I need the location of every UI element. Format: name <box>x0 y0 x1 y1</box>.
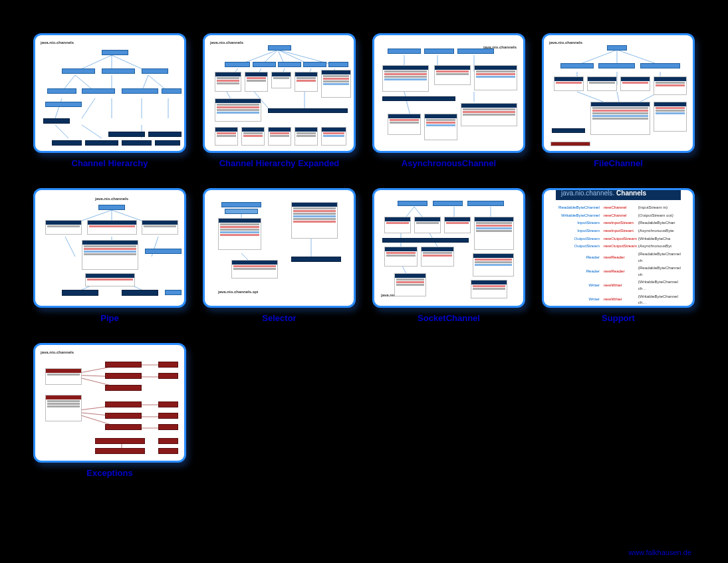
support-row: InputStreamnewInputStream(ReadableByteCh… <box>558 219 681 226</box>
thumbnail[interactable]: java.nio.channels <box>33 33 186 153</box>
support-row: OutputStreamnewOutputStream(Asynchronous… <box>558 243 681 249</box>
support-row: OutputStreamnewOutputStream(WritableByte… <box>558 235 681 242</box>
package-label: java.nio.channels <box>95 197 128 201</box>
package-label: java.nio.channels <box>41 350 74 354</box>
support-header: java.nio.channels.Channels <box>556 188 681 200</box>
card-title: Pipe <box>100 313 118 323</box>
support-row: WriternewWriter(WritableByteChannel ch… <box>558 279 681 291</box>
card-title: Exceptions <box>86 468 132 478</box>
thumbnail[interactable]: java.nio.channels <box>33 188 186 308</box>
thumbnail[interactable]: java.nio.channels <box>33 343 186 463</box>
thumbnail[interactable]: java.nio.channels <box>372 33 525 153</box>
card-title: SocketChannel <box>418 313 480 323</box>
package-label: java.nio.channels.spi <box>218 290 258 294</box>
card-selector[interactable]: java.nio.channels.spi Selector <box>203 188 356 323</box>
thumbnail[interactable]: java.nio.channels <box>203 33 356 153</box>
svg-line-13 <box>55 125 68 138</box>
card-title: Channel Hierarchy <box>72 158 148 168</box>
card-file-channel[interactable]: java.nio.channels FileChannel <box>542 33 695 168</box>
support-row: WritableByteChannelnewChannel(OutputStre… <box>558 212 681 219</box>
card-socket-channel[interactable]: java.nio.channels SocketChannel <box>372 188 525 323</box>
support-row: ReadernewReader(ReadableByteChannel ch <box>558 265 681 277</box>
card-channel-hierarchy[interactable]: java.nio.channels <box>33 33 186 168</box>
support-row: ReadableByteChannelnewChannel(InputStrea… <box>558 204 681 211</box>
thumbnail[interactable]: java.nio.channels <box>542 33 695 153</box>
card-pipe[interactable]: java.nio.channels Pipe <box>33 188 186 323</box>
card-exceptions[interactable]: java.nio.channels <box>33 343 186 478</box>
thumbnail[interactable]: java.nio.channels <box>372 188 525 308</box>
support-package: java.nio.channels. <box>561 189 614 197</box>
card-title: AsynchronousChannel <box>402 158 496 168</box>
package-label: java.nio.channels <box>549 41 582 45</box>
card-title: Selector <box>262 313 296 323</box>
svg-line-46 <box>65 237 75 257</box>
thumbnail[interactable]: java.nio.channels.Channels ReadableByteC… <box>542 188 695 308</box>
thumbnail[interactable]: java.nio.channels.spi <box>203 188 356 308</box>
card-asynchronous-channel[interactable]: java.nio.channels AsynchronousChannel <box>372 33 525 168</box>
support-row: InputStreamnewInputStream(AsynchronousBy… <box>558 227 681 234</box>
card-title: Channel Hierarchy Expanded <box>219 158 340 168</box>
diagram-grid: java.nio.channels <box>33 33 695 478</box>
svg-line-14 <box>82 125 102 138</box>
svg-line-9 <box>82 98 95 118</box>
support-method-table: ReadableByteChannelnewChannel(InputStrea… <box>556 200 683 308</box>
package-label: java.nio.channels <box>210 41 243 45</box>
card-title: Support <box>602 313 635 323</box>
support-class: Channels <box>616 189 646 197</box>
package-label: java.nio.channels <box>41 41 74 45</box>
footer-link[interactable]: www.falkhausen.de <box>628 548 691 556</box>
card-title: FileChannel <box>594 158 643 168</box>
card-channel-hierarchy-expanded[interactable]: java.nio.channels Channe <box>203 33 356 168</box>
card-support[interactable]: java.nio.channels.Channels ReadableByteC… <box>542 188 695 323</box>
support-row: ReadernewReader(ReadableByteChannel ch <box>558 251 681 263</box>
support-row: WriternewWriter(WritableByteChannel ch… <box>558 293 681 306</box>
